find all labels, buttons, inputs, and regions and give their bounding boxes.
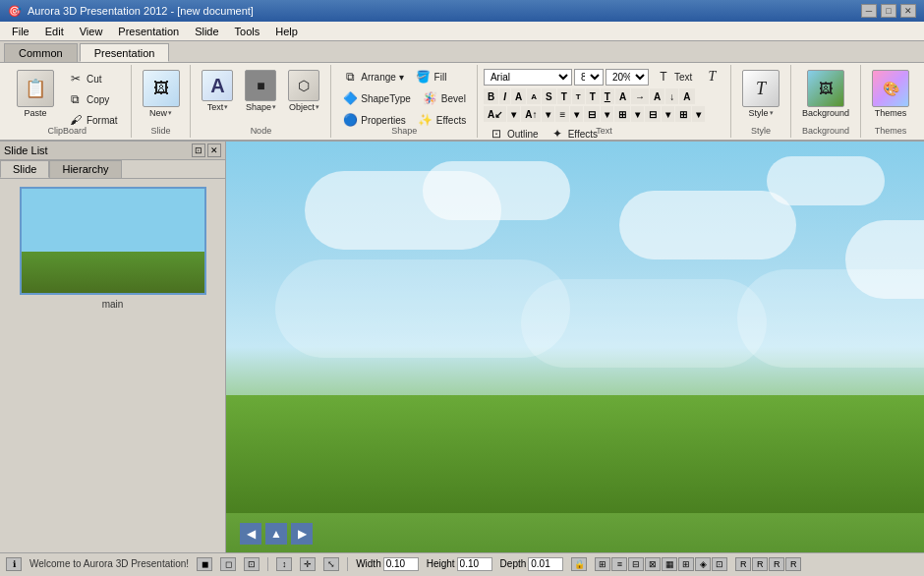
text-text-button[interactable]: T Text — [651, 67, 697, 86]
fill-button[interactable]: 🪣 Fill — [411, 67, 452, 86]
btn-a5[interactable]: A — [679, 88, 694, 104]
list2-btn[interactable]: ⊞ — [675, 106, 691, 122]
object-button[interactable]: ⬡ Object ▾ — [283, 67, 324, 115]
canvas-area[interactable]: ◀ ▲ ▶ — [226, 142, 924, 552]
panel-close-button[interactable]: ✕ — [207, 144, 221, 157]
status-grid7[interactable]: ◈ — [695, 557, 711, 571]
menu-view[interactable]: View — [72, 22, 111, 40]
status-grid2[interactable]: ≡ — [611, 557, 627, 571]
background-button[interactable]: 🖼 Background — [797, 67, 854, 121]
btn-arrow2[interactable]: ↓ — [665, 88, 678, 104]
dropdown-2[interactable]: ▾ — [542, 106, 554, 122]
slide-thumbnail-1[interactable] — [20, 187, 206, 295]
new-slide-button[interactable]: 🖼 New ▾ — [138, 67, 185, 121]
align-left-button[interactable]: A↙ — [484, 106, 506, 122]
status-btn6[interactable]: ✛ — [300, 557, 316, 571]
btn-arrow1[interactable]: → — [631, 88, 649, 104]
dropdown-6[interactable]: ▾ — [662, 106, 674, 122]
arrange-button[interactable]: ⧉ Arrange ▾ — [337, 67, 408, 86]
style-button[interactable]: T Style ▾ — [737, 67, 784, 121]
status-lock-btn[interactable]: 🔒 — [571, 557, 587, 571]
minimize-button[interactable]: ─ — [861, 4, 877, 18]
btn-a1[interactable]: A — [511, 88, 526, 104]
dropdown-5[interactable]: ▾ — [631, 106, 644, 122]
status-btn4[interactable]: ⊡ — [244, 557, 260, 571]
status-btn2[interactable]: ◼ — [197, 557, 212, 571]
maximize-button[interactable]: □ — [881, 4, 896, 18]
width-input[interactable] — [383, 557, 419, 571]
dropdown-4[interactable]: ▾ — [601, 106, 613, 122]
bevel-button[interactable]: 🪅 Bevel — [418, 88, 471, 108]
btn-t1[interactable]: T — [557, 88, 571, 104]
shape-button[interactable]: ■ Shape ▾ — [240, 67, 281, 115]
text-label: Text — [478, 126, 730, 136]
indent-btn[interactable]: ≡ — [555, 106, 569, 122]
statusbar: ℹ Welcome to Aurora 3D Presentation! ◼ ◻… — [0, 552, 924, 574]
status-grid8[interactable]: ⊡ — [712, 557, 727, 571]
status-r2[interactable]: R — [752, 557, 768, 571]
tab-common[interactable]: Common — [4, 43, 78, 62]
arrange-icon: ⧉ — [342, 69, 358, 85]
style-font-button[interactable]: T — [699, 67, 724, 86]
zoom-select[interactable]: 20% — [606, 69, 649, 86]
status-btn3[interactable]: ◻ — [220, 557, 236, 571]
col-btn[interactable]: ⊟ — [645, 106, 661, 122]
app-title: Aurora 3D Presentation 2012 - [new docum… — [28, 5, 254, 17]
cut-button[interactable]: ✂ Cut — [63, 69, 123, 88]
dropdown-3[interactable]: ▾ — [570, 106, 583, 122]
tab-presentation[interactable]: Presentation — [80, 43, 170, 62]
depth-input[interactable] — [528, 557, 563, 571]
status-grid5[interactable]: ▦ — [662, 557, 677, 571]
panel-controls: ⊡ ✕ — [192, 144, 221, 157]
status-grid4[interactable]: ⊠ — [645, 557, 661, 571]
status-btn7[interactable]: ⤡ — [323, 557, 339, 571]
themes-label: Themes — [861, 126, 920, 136]
status-grid1[interactable]: ⊞ — [595, 557, 610, 571]
table-btn[interactable]: ⊞ — [614, 106, 630, 122]
font-size-select[interactable]: 8 — [574, 69, 604, 86]
btn-a3[interactable]: A — [615, 88, 630, 104]
status-r3[interactable]: R — [769, 557, 784, 571]
copy-icon: ⧉ — [68, 91, 84, 107]
btn-t3[interactable]: T — [586, 88, 600, 104]
btn-s[interactable]: S — [542, 88, 556, 104]
status-icon-btn[interactable]: ℹ — [6, 557, 22, 571]
dropdown-7[interactable]: ▾ — [692, 106, 705, 122]
menu-help[interactable]: Help — [267, 22, 306, 40]
close-button[interactable]: ✕ — [900, 4, 916, 18]
btn-t4[interactable]: T — [601, 88, 614, 104]
menu-file[interactable]: File — [4, 22, 37, 40]
status-r1[interactable]: R — [735, 557, 751, 571]
paste-button[interactable]: 📋 Paste — [12, 67, 59, 119]
btn-t2[interactable]: T — [572, 88, 585, 104]
themes-button[interactable]: 🎨 Themes — [867, 67, 914, 121]
status-r4[interactable]: R — [785, 557, 801, 571]
italic-button[interactable]: I — [499, 88, 510, 104]
align-2[interactable]: A↑ — [521, 106, 541, 122]
status-grid6[interactable]: ⊞ — [678, 557, 694, 571]
nav-left-button[interactable]: ◀ — [240, 523, 261, 545]
font-name-select[interactable]: Arial — [484, 69, 572, 86]
status-btn5[interactable]: ↕ — [276, 557, 292, 571]
btn-a4[interactable]: A — [650, 88, 664, 104]
list-btn[interactable]: ⊟ — [584, 106, 600, 122]
bold-button[interactable]: B — [484, 88, 498, 104]
style-label: Style — [731, 126, 790, 136]
menu-tools[interactable]: Tools — [227, 22, 268, 40]
dropdown-1[interactable]: ▾ — [507, 106, 520, 122]
status-grid3[interactable]: ⊟ — [628, 557, 644, 571]
nav-right-button[interactable]: ▶ — [291, 523, 313, 545]
copy-button[interactable]: ⧉ Copy — [63, 89, 123, 109]
menu-slide[interactable]: Slide — [187, 22, 226, 40]
tab-hierarchy[interactable]: Hierarchy — [49, 160, 121, 178]
app-icon: 🎯 — [8, 5, 22, 18]
text-button[interactable]: A Text ▾ — [197, 67, 238, 115]
shapetype-button[interactable]: 🔷 ShapeType — [337, 88, 416, 108]
menu-edit[interactable]: Edit — [37, 22, 72, 40]
nav-up-button[interactable]: ▲ — [265, 523, 287, 545]
menu-presentation[interactable]: Presentation — [110, 22, 187, 40]
tab-slide[interactable]: Slide — [0, 160, 49, 178]
btn-a2[interactable]: A — [527, 88, 541, 104]
panel-restore-button[interactable]: ⊡ — [192, 144, 205, 157]
height-input[interactable] — [457, 557, 492, 571]
